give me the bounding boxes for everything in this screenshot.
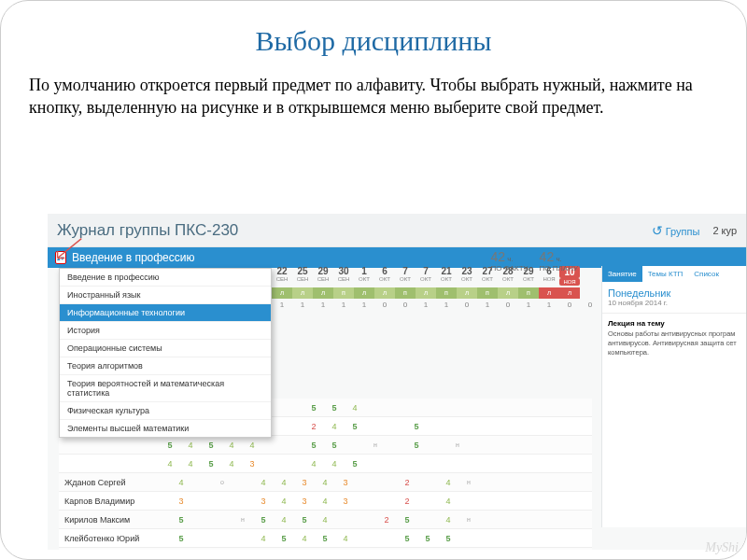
tab-Темы КТП[interactable]: Темы КТП xyxy=(642,266,689,282)
date-column[interactable]: 1окт xyxy=(354,266,374,286)
mark-cell[interactable]: н xyxy=(365,441,386,448)
date-column[interactable]: 23окт xyxy=(457,266,477,286)
dropdown-item[interactable]: Элементы высшей математики xyxy=(60,420,271,437)
plan-cell: л xyxy=(457,287,477,299)
mark-cell[interactable]: 5 xyxy=(417,534,438,543)
count-cell: 0 xyxy=(395,299,416,312)
mark-cell[interactable]: 3 xyxy=(294,478,315,487)
mark-cell[interactable]: н xyxy=(447,441,468,448)
subject-dropdown[interactable]: Введение в профессиюИностранный языкИнфо… xyxy=(59,268,272,438)
mark-cell[interactable]: 5 xyxy=(406,441,427,450)
date-column[interactable]: 7окт xyxy=(395,266,416,286)
mark-cell[interactable]: о xyxy=(212,479,233,485)
date-column[interactable]: 6окт xyxy=(374,266,395,286)
subject-selector[interactable]: ▴▾ Введение в профессию xyxy=(48,247,746,268)
mark-cell[interactable]: 4 xyxy=(274,515,294,525)
mark-cell[interactable]: н xyxy=(458,516,479,523)
mark-cell[interactable]: 4 xyxy=(324,422,345,431)
groups-link[interactable]: Группы xyxy=(652,223,700,238)
date-column[interactable]: 25сен xyxy=(292,266,313,286)
tab-Занятие[interactable]: Занятие xyxy=(602,266,642,282)
mark-cell[interactable]: 3 xyxy=(242,459,262,469)
mark-cell[interactable]: 4 xyxy=(253,478,274,487)
date-column[interactable]: 7окт xyxy=(416,266,436,286)
mark-cell[interactable]: 2 xyxy=(397,478,417,487)
mark-cell[interactable]: 4 xyxy=(315,497,335,506)
dropdown-item[interactable]: Физическая культура xyxy=(60,402,271,420)
mark-cell[interactable]: 5 xyxy=(345,422,365,431)
mark-cell[interactable]: 5 xyxy=(274,534,294,543)
mark-cell[interactable]: 5 xyxy=(315,534,335,543)
mark-cell[interactable]: 5 xyxy=(253,515,274,525)
mark-cell[interactable]: 5 xyxy=(406,422,427,431)
dropdown-item[interactable]: Информационные технологии xyxy=(60,304,271,322)
dropdown-item[interactable]: Операционные системы xyxy=(60,340,271,357)
date-column[interactable]: 22сен xyxy=(272,266,292,286)
mark-cell[interactable]: 4 xyxy=(294,534,315,543)
mark-cell[interactable]: 4 xyxy=(171,478,191,487)
mark-cell[interactable]: 4 xyxy=(221,459,242,469)
hours-summary: 42 ч.ПО ФАКТУ 42 ч.ПО ПЛАНУ xyxy=(491,249,578,273)
mark-cell[interactable]: 5 xyxy=(171,515,191,525)
mark-cell[interactable]: 3 xyxy=(171,497,191,506)
mark-cell[interactable]: 4 xyxy=(221,441,242,450)
mark-cell[interactable]: 3 xyxy=(294,497,315,506)
mark-cell[interactable]: 4 xyxy=(253,534,274,543)
dropdown-item[interactable]: Теория алгоритмов xyxy=(60,357,271,375)
mark-cell[interactable]: 4 xyxy=(180,459,201,469)
mark-cell[interactable]: 5 xyxy=(303,403,324,413)
mark-cell[interactable]: 5 xyxy=(324,441,345,450)
mark-cell[interactable]: 2 xyxy=(397,497,417,506)
mark-cell[interactable]: 5 xyxy=(397,515,417,525)
mark-cell[interactable]: 4 xyxy=(180,441,201,450)
mark-cell[interactable]: 4 xyxy=(335,534,356,543)
mark-cell[interactable]: 4 xyxy=(345,403,365,413)
mark-cell[interactable]: 4 xyxy=(274,478,294,487)
count-cell: 1 xyxy=(333,299,354,312)
mark-cell[interactable]: 5 xyxy=(324,403,345,413)
mark-cell[interactable]: 5 xyxy=(345,459,365,469)
date-column[interactable]: 30сен xyxy=(333,266,354,286)
slide-title: Выбор дисциплины xyxy=(29,25,718,57)
dropdown-item[interactable]: История xyxy=(60,322,271,340)
student-row: Кошкин Артем444н455ннн xyxy=(59,548,592,550)
date-column[interactable]: 29сен xyxy=(313,266,333,286)
mark-cell[interactable]: 2 xyxy=(303,422,324,431)
mark-cell[interactable]: 4 xyxy=(438,515,458,525)
mark-cell[interactable]: 4 xyxy=(324,459,345,469)
count-cell: 1 xyxy=(292,299,313,312)
course-label: 2 кур xyxy=(712,225,737,236)
mark-cell[interactable]: 4 xyxy=(315,515,335,525)
mark-cell[interactable]: 5 xyxy=(160,441,180,450)
plan-cell: л xyxy=(498,287,518,299)
mark-cell[interactable]: 4 xyxy=(160,459,180,469)
mark-cell[interactable]: 5 xyxy=(303,441,324,450)
plan-cell: л xyxy=(354,287,374,299)
mark-cell[interactable]: 4 xyxy=(438,478,458,487)
date-column[interactable]: 21окт xyxy=(436,266,457,286)
mark-cell[interactable]: 4 xyxy=(274,497,294,506)
mark-cell[interactable]: 5 xyxy=(201,459,221,469)
dropdown-item[interactable]: Иностранный язык xyxy=(60,287,271,304)
mark-cell[interactable]: 4 xyxy=(315,478,335,487)
plan-cell: л xyxy=(313,287,333,299)
mark-cell[interactable]: 5 xyxy=(397,534,417,543)
mark-cell[interactable]: 4 xyxy=(303,459,324,469)
mark-cell[interactable]: 5 xyxy=(201,441,221,450)
mark-cell[interactable]: 3 xyxy=(335,497,356,506)
dropdown-item[interactable]: Теория вероятностей и математическая ста… xyxy=(60,375,271,402)
mark-cell[interactable]: 5 xyxy=(171,534,191,543)
mark-cell[interactable]: н xyxy=(458,479,479,485)
mark-cell[interactable]: 2 xyxy=(376,515,397,525)
mark-cell[interactable]: 3 xyxy=(335,478,356,487)
mark-cell[interactable]: н xyxy=(233,516,253,523)
mark-cell[interactable]: 3 xyxy=(253,497,274,506)
plan-cell: л xyxy=(374,287,395,299)
count-cell: 1 xyxy=(539,299,559,312)
tab-Список[interactable]: Список xyxy=(688,266,725,282)
mark-cell[interactable]: 4 xyxy=(242,441,262,450)
mark-cell[interactable]: 5 xyxy=(438,534,458,543)
dropdown-item[interactable]: Введение в профессию xyxy=(60,269,271,287)
mark-cell[interactable]: 4 xyxy=(438,497,458,506)
mark-cell[interactable]: 5 xyxy=(294,515,315,525)
